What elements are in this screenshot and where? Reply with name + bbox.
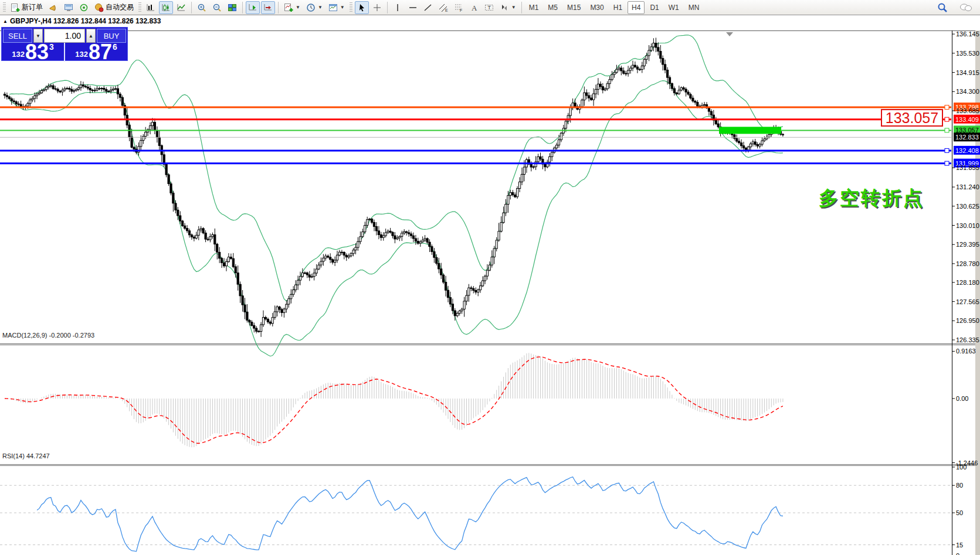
line-chart-icon (177, 3, 186, 12)
search-button[interactable] (935, 1, 950, 14)
chat-button[interactable] (957, 1, 975, 14)
vertical-line-icon (393, 3, 402, 12)
timeframe-h1[interactable]: H1 (609, 1, 626, 14)
rsi-indicator-label: RSI(14) 44.7247 (2, 452, 50, 459)
timeframe-m5[interactable]: M5 (544, 1, 562, 14)
signal-button[interactable] (77, 1, 91, 14)
arrows-button[interactable]: ▼ (497, 1, 518, 14)
chat-icon (959, 2, 972, 13)
svg-text:0: 0 (956, 552, 959, 555)
svg-text:127.565: 127.565 (956, 298, 979, 305)
volume-input[interactable]: 1.00 (44, 29, 85, 43)
indicators-button[interactable]: ▼ (282, 1, 303, 14)
toolbar-grip[interactable] (350, 2, 352, 13)
terminal-button[interactable] (62, 1, 76, 14)
dropdown-caret-icon: ▼ (511, 5, 516, 10)
rsi-panel: 1008050150 (0, 464, 967, 555)
fibonacci-button[interactable]: F (452, 1, 466, 14)
rsi-axis: 1008050150 (952, 464, 967, 555)
svg-text:131.855: 131.855 (956, 164, 979, 171)
cursor-button[interactable] (355, 1, 369, 14)
svg-text:T: T (487, 5, 491, 11)
sell-price-point: 3 (49, 42, 54, 52)
svg-text:134.300: 134.300 (956, 88, 979, 95)
text-label-button[interactable]: T (482, 1, 496, 14)
text-button[interactable]: A (467, 1, 481, 14)
indicators-icon (284, 3, 293, 12)
svg-text:80: 80 (956, 482, 963, 489)
symbol-header[interactable]: ▲ GBPJPY-,H4 132.826 132.844 132.826 132… (3, 17, 161, 25)
timeframe-w1[interactable]: W1 (664, 1, 683, 14)
svg-text:A: A (472, 4, 477, 12)
macd-histogram (5, 353, 783, 447)
trendline-icon (423, 3, 433, 12)
macd-signal-line (5, 357, 783, 444)
macd-panel: 0.91630.00-1.2446 (5, 348, 978, 466)
svg-text:100: 100 (956, 464, 967, 471)
sell-price[interactable]: 132 83 3 (2, 43, 64, 62)
search-icon (937, 2, 948, 13)
svg-text:126.335: 126.335 (956, 336, 979, 343)
buy-price-figure: 132 (75, 50, 88, 59)
bar-chart-button[interactable] (144, 1, 158, 14)
chart-canvas[interactable]: 133.798133.409133.057132.833132.408131.9… (0, 15, 980, 555)
zoom-out-button[interactable] (210, 1, 224, 14)
crosshair-icon (372, 3, 382, 12)
toolbar-grip[interactable] (138, 2, 141, 13)
sell-price-figure: 132 (12, 50, 25, 59)
zoom-in-button[interactable] (195, 1, 209, 14)
autoscroll-button[interactable] (246, 1, 260, 14)
svg-text:135.530: 135.530 (956, 50, 979, 57)
timeframe-m1[interactable]: M1 (525, 1, 543, 14)
toolbar-grip[interactable] (3, 2, 6, 13)
crosshair-button[interactable] (370, 1, 384, 14)
price-level-callout[interactable]: 133.057 (881, 109, 943, 127)
equidistant-channel-button[interactable]: E (436, 1, 450, 14)
timeframe-h4[interactable]: H4 (628, 1, 645, 14)
templates-button[interactable]: ▼ (326, 1, 347, 14)
chart-shift-button[interactable] (261, 1, 275, 14)
main-toolbar: 新订单 自动交易 (0, 0, 980, 15)
line-chart-button[interactable] (174, 1, 188, 14)
marketwatch-button[interactable] (46, 1, 60, 14)
horizontal-line-button[interactable] (406, 1, 420, 14)
buy-price[interactable]: 132 87 6 (64, 43, 127, 62)
timeframe-m15[interactable]: M15 (563, 1, 585, 14)
timeframe-d1[interactable]: D1 (646, 1, 663, 14)
chart-shift-icon (263, 3, 273, 12)
cursor-icon (357, 3, 367, 12)
shift-marker (726, 32, 733, 36)
svg-text:132.408: 132.408 (955, 147, 979, 154)
channel-icon: E (439, 3, 448, 12)
svg-text:132.833: 132.833 (955, 134, 979, 141)
svg-text:F: F (460, 8, 462, 12)
timeframe-mn[interactable]: MN (684, 1, 704, 14)
text-label-icon: T (484, 3, 494, 12)
one-click-trading-panel: SELL ▼ 1.00 ▲ BUY 132 83 3 132 87 6 (1, 27, 128, 61)
text-icon: A (469, 3, 479, 12)
new-order-icon (11, 3, 20, 12)
autotrade-label: 自动交易 (106, 2, 134, 12)
svg-text:126.950: 126.950 (956, 317, 979, 324)
dropdown-caret-icon: ▼ (296, 5, 300, 10)
vertical-line-button[interactable] (391, 1, 405, 14)
periods-button[interactable]: ▼ (304, 1, 325, 14)
candles (4, 38, 784, 337)
svg-text:E: E (445, 8, 448, 12)
zoom-in-icon (197, 3, 206, 12)
timeframe-m30[interactable]: M30 (586, 1, 608, 14)
clock-icon (306, 3, 316, 12)
new-order-label: 新订单 (22, 2, 43, 12)
autotrade-button[interactable]: 自动交易 (92, 1, 136, 14)
highlight-bar (719, 127, 781, 134)
buy-price-point: 6 (113, 42, 117, 52)
trendline-button[interactable] (421, 1, 435, 14)
candlestick-button[interactable] (159, 1, 173, 14)
new-order-button[interactable]: 新订单 (8, 1, 45, 14)
autoscroll-icon (248, 3, 257, 12)
tile-windows-button[interactable] (225, 1, 239, 14)
svg-text:128.180: 128.180 (956, 279, 979, 286)
symbol-title-text: GBPJPY-,H4 132.826 132.844 132.826 132.8… (10, 17, 161, 25)
candlestick-icon (161, 3, 171, 12)
collapse-triangle-icon[interactable]: ▲ (3, 19, 8, 24)
